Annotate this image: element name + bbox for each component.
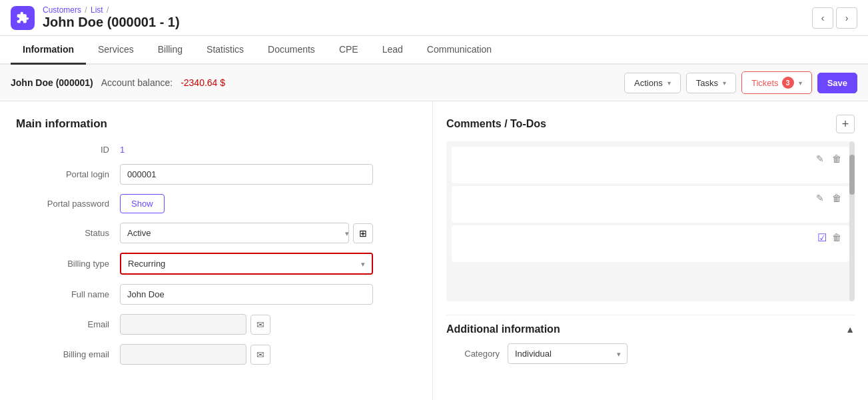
comments-list: ✎ 🗑 ✎ 🗑 ☑ 🗑	[446, 141, 855, 301]
breadcrumb-customers[interactable]: Customers	[43, 5, 81, 15]
delete-comment-3-button[interactable]: 🗑	[829, 231, 844, 244]
delete-comment-2-button[interactable]: 🗑	[829, 191, 844, 205]
action-bar: John Doe (000001) Account balance: -2340…	[0, 65, 868, 101]
email-envelope-button[interactable]: ✉	[250, 315, 270, 335]
tab-communication[interactable]: Communication	[415, 36, 504, 65]
comment-actions-3: ☑ 🗑	[817, 231, 844, 244]
show-password-button[interactable]: Show	[120, 194, 165, 213]
comment-actions-2: ✎ 🗑	[813, 191, 844, 205]
next-button[interactable]: ›	[836, 7, 857, 29]
billing-type-control: Recurring One-time Prepaid ▾	[120, 253, 373, 275]
category-label: Category	[446, 349, 500, 359]
comment-actions-1: ✎ 🗑	[813, 152, 844, 165]
email-control: ✉	[120, 314, 270, 335]
action-bar-buttons: Actions ▾ Tasks ▾ Tickets 3 ▾ Save	[624, 71, 857, 94]
top-bar: Customers / List / John Doe (000001 - 1)…	[0, 0, 868, 36]
email-row: Email ✉	[16, 314, 416, 335]
edit-comment-1-button[interactable]: ✎	[813, 152, 827, 165]
tasks-chevron: ▾	[723, 79, 726, 87]
tab-statistics[interactable]: Statistics	[195, 36, 256, 65]
additional-info-header: Additional information ▲	[446, 315, 855, 335]
tickets-button[interactable]: Tickets 3 ▾	[741, 71, 812, 94]
billing-email-envelope-button[interactable]: ✉	[250, 345, 270, 365]
portal-password-row: Portal password Show	[16, 194, 416, 213]
email-input[interactable]	[120, 314, 246, 335]
billing-email-row: Billing email ✉	[16, 344, 416, 365]
billing-type-select[interactable]: Recurring One-time Prepaid	[121, 254, 372, 273]
billing-email-control: ✉	[120, 344, 270, 365]
billing-type-label: Billing type	[16, 259, 109, 269]
left-panel: Main information ID 1 Portal login Porta…	[0, 101, 433, 400]
status-select[interactable]: Active Inactive Blocked	[120, 223, 349, 243]
comments-section: Comments / To-Dos + ✎ 🗑 ✎ 🗑	[446, 115, 855, 301]
id-value: 1	[120, 145, 125, 155]
scrollbar-thumb	[849, 155, 855, 195]
additional-info-section: Additional information ▲ Category Indivi…	[446, 315, 855, 364]
main-content: Main information ID 1 Portal login Porta…	[0, 101, 868, 400]
tickets-chevron: ▾	[799, 79, 802, 87]
id-value-container: 1	[120, 144, 373, 155]
tab-lead[interactable]: Lead	[370, 36, 415, 65]
status-label: Status	[16, 228, 109, 238]
top-bar-nav: ‹ ›	[812, 7, 857, 29]
action-bar-customer-name: John Doe (000001)	[11, 77, 93, 88]
comment-item: ✎ 🗑	[452, 147, 849, 183]
id-label: ID	[16, 145, 109, 155]
portal-password-control: Show	[120, 194, 373, 213]
billing-type-row: Billing type Recurring One-time Prepaid …	[16, 253, 416, 275]
billing-email-label: Billing email	[16, 349, 109, 359]
status-control: Active Inactive Blocked ▾ ⊞	[120, 223, 373, 243]
status-row: Status Active Inactive Blocked ▾ ⊞	[16, 223, 416, 243]
actions-button[interactable]: Actions ▾	[624, 73, 681, 93]
comment-item: ☑ 🗑	[452, 225, 849, 262]
tab-services[interactable]: Services	[86, 36, 146, 65]
billing-email-input[interactable]	[120, 344, 246, 365]
category-select-wrapper: Individual Business VIP ▾	[508, 343, 628, 364]
email-label: Email	[16, 319, 109, 329]
portal-login-input[interactable]	[120, 164, 373, 185]
id-row: ID 1	[16, 144, 416, 155]
tabs-bar: Information Services Billing Statistics …	[0, 36, 868, 65]
actions-chevron: ▾	[667, 79, 671, 87]
app-icon	[11, 6, 35, 30]
account-balance-value: -2340.64 $	[181, 77, 225, 88]
page-title: John Doe (000001 - 1)	[43, 15, 180, 30]
prev-button[interactable]: ‹	[812, 7, 833, 29]
portal-login-label: Portal login	[16, 169, 109, 179]
comment-item: ✎ 🗑	[452, 186, 849, 223]
category-select[interactable]: Individual Business VIP	[508, 343, 628, 364]
breadcrumb-area: Customers / List / John Doe (000001 - 1)	[43, 5, 180, 30]
full-name-control	[120, 284, 373, 305]
tickets-badge: 3	[782, 77, 794, 89]
tab-information[interactable]: Information	[11, 36, 86, 65]
portal-password-label: Portal password	[16, 199, 109, 209]
portal-login-row: Portal login	[16, 164, 416, 185]
tasks-button[interactable]: Tasks ▾	[686, 73, 736, 93]
additional-info-title: Additional information	[446, 323, 560, 335]
full-name-row: Full name	[16, 284, 416, 305]
breadcrumb-list[interactable]: List	[91, 5, 103, 15]
full-name-label: Full name	[16, 289, 109, 299]
main-info-title: Main information	[16, 117, 416, 131]
scrollbar[interactable]	[849, 141, 855, 301]
full-name-input[interactable]	[120, 284, 373, 305]
account-balance-label: Account balance:	[101, 77, 173, 88]
tab-billing[interactable]: Billing	[146, 36, 195, 65]
collapse-additional-button[interactable]: ▲	[845, 324, 855, 335]
comments-header: Comments / To-Dos +	[446, 115, 855, 133]
tab-cpe[interactable]: CPE	[327, 36, 370, 65]
category-row: Category Individual Business VIP ▾	[446, 343, 855, 364]
comments-title: Comments / To-Dos	[446, 118, 546, 130]
comment-checked-icon: ☑	[817, 231, 827, 244]
tab-documents[interactable]: Documents	[256, 36, 327, 65]
delete-comment-1-button[interactable]: 🗑	[829, 152, 844, 165]
save-button[interactable]: Save	[817, 73, 857, 93]
right-panel: Comments / To-Dos + ✎ 🗑 ✎ 🗑	[433, 101, 868, 400]
breadcrumb: Customers / List /	[43, 5, 180, 15]
puzzle-icon	[16, 11, 29, 25]
add-comment-button[interactable]: +	[836, 115, 855, 133]
status-grid-button[interactable]: ⊞	[353, 223, 373, 243]
portal-login-control	[120, 164, 373, 185]
edit-comment-2-button[interactable]: ✎	[813, 191, 827, 205]
